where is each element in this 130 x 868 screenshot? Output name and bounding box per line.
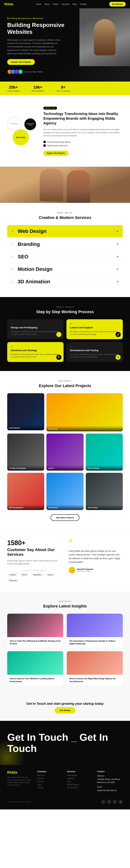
stat-clients: 10k+ Clients Worldwide <box>31 85 44 92</box>
project-label-8: UI/UX Design <box>88 507 121 508</box>
stat-num-designs: 25k+ <box>7 85 20 90</box>
nav-contact[interactable]: Contact <box>80 3 87 5</box>
process-num-4: 04 <box>70 323 119 325</box>
nav-about[interactable]: About <box>44 3 50 5</box>
nav-home[interactable]: Home <box>36 3 41 5</box>
about-content: About Us Technology Transforming Ideas i… <box>43 106 123 156</box>
footer-col-company: Company About Us Portfolio Services Team… <box>37 770 63 792</box>
trust-logo-5: Ethereum <box>7 579 19 582</box>
circle-mobile: Website Apps Design <box>24 118 36 130</box>
nav-cta-button[interactable]: Get Started <box>109 2 126 6</box>
service-item-webdesign[interactable]: 01 Web Design ↗ <box>7 225 123 237</box>
photo-person-2 <box>67 170 90 203</box>
footer-bottom: © Ridda 2024. All rights reserved. f t i… <box>7 797 123 804</box>
stat-label-designs: Creative Designs <box>7 90 20 92</box>
footer-service-item-3[interactable]: SEO <box>67 780 93 782</box>
hero-team: See Your Team Clients <box>7 69 123 74</box>
nav-pages[interactable]: Pages <box>53 3 59 5</box>
instagram-icon[interactable]: ig <box>119 800 123 804</box>
trust-logo-4: Suneet <box>45 573 55 577</box>
logo[interactable]: Ridda <box>4 2 13 6</box>
process-num-2: 02 <box>11 346 60 347</box>
stats-strip: 25k+ Creative Designs 10k+ Clients World… <box>0 82 130 95</box>
testimonial-stat-label: Customer Say About Our Services <box>7 548 61 557</box>
twitter-icon[interactable]: t <box>107 800 111 804</box>
footer-service-item-4[interactable]: Motion Design <box>67 783 93 785</box>
footer-company-item-1[interactable]: About Us <box>37 774 63 776</box>
process-card-3: 03 Development and Testing We begin by u… <box>66 342 123 362</box>
checklist-item-1: ✓ Award winning design agency <box>43 140 123 144</box>
service-item-seo[interactable]: 03 SEO ↗ <box>7 251 123 263</box>
footer-service-item-1[interactable]: Web Design <box>67 774 93 776</box>
service-left-2: 02 Branding <box>11 241 40 247</box>
process-title-1: Design and Prototyping <box>11 326 60 329</box>
quote-text: Using Ridda has been game-changer for ou… <box>69 549 123 564</box>
footer-service-item-2[interactable]: Branding <box>67 777 93 779</box>
cta-strip-button[interactable]: Get Started <box>55 707 75 714</box>
footer-company-item-3[interactable]: Services <box>37 780 63 782</box>
facebook-icon[interactable]: f <box>101 800 105 804</box>
touch-section: Get In Touch _ Get In Touch <box>0 721 130 765</box>
service-num-3: 03 <box>11 256 15 258</box>
avatar <box>18 69 23 74</box>
about-cta-button[interactable]: Explore Our Projects <box>43 151 68 156</box>
insight-card-2[interactable]: The Importance of Responsive Design in T… <box>67 614 123 648</box>
insight-img-4 <box>67 651 123 675</box>
photo-person-1 <box>40 168 63 201</box>
footer-company-item-4[interactable]: Team <box>37 783 63 785</box>
insight-title-1: How to Craft They Winning SocialMedia St… <box>10 640 61 645</box>
quote-author-name: Harshit Ferguson <box>77 568 93 570</box>
project-card-3[interactable]: An Open Presentation <box>7 434 44 471</box>
project-card-5[interactable]: Brand Strategy <box>86 434 123 471</box>
footer-col-contact: Contact Address 144 Main Street, San Blo… <box>97 770 123 792</box>
about-checklist: ✓ Award winning design agency ✓ Digital … <box>43 140 123 147</box>
linkedin-icon[interactable]: in <box>113 800 117 804</box>
about-tag: About Us <box>43 107 57 110</box>
services-title: Creative & Modern Services <box>7 215 123 220</box>
insight-title-4: How to Choose the Right Web Design Agenc… <box>69 677 120 683</box>
insight-card-3[interactable]: How to Improve Your Website's Loading Sp… <box>7 651 63 685</box>
project-card-7[interactable]: Most Recent <box>46 473 84 510</box>
process-grid: 01 Design and Prototyping We begin by un… <box>7 319 123 362</box>
nav-services[interactable]: Services <box>62 3 69 5</box>
service-item-branding[interactable]: 02 Branding ↗ <box>7 238 123 251</box>
footer-company-item-2[interactable]: Portfolio <box>37 777 63 779</box>
footer-logo: Ridda <box>7 770 33 775</box>
project-label-7: Most Recent <box>48 507 82 508</box>
service-left-1: 01 Web Design <box>11 228 46 234</box>
services-section: WHAT WE DO Creative & Modern Services 01… <box>0 203 130 297</box>
footer-service-item-5[interactable]: 3D Animation <box>67 787 93 788</box>
process-card-1: 01 Design and Prototyping We begin by un… <box>7 319 64 339</box>
nav-links: Home About Pages Services Blog Contact <box>36 3 87 5</box>
footer-col-services: Services Web Design Branding SEO Motion … <box>67 770 93 792</box>
insights-section: OUR BLOG Explore Latest Insights How to … <box>0 591 130 694</box>
project-card-4[interactable]: App UI <box>46 434 84 471</box>
service-item-motion[interactable]: 04 Motion Design ↗ <box>7 263 123 276</box>
trust-logos: Cosmos Boost OpenBlue Suneet Ethereum <box>7 573 61 582</box>
insight-content-1: How to Craft They Winning SocialMedia St… <box>7 637 63 648</box>
nav-blog[interactable]: Blog <box>73 3 76 5</box>
footer-email-label: Email <box>97 785 123 788</box>
project-card-6[interactable]: Web Development <box>7 473 44 510</box>
footer-company-item-5[interactable]: Contact <box>37 787 63 788</box>
service-item-3d[interactable]: 05 3D Animation ↗ <box>7 276 123 288</box>
project-card-2[interactable]: Web Design <box>46 393 123 431</box>
cta-strip-title: Get In Touch and start growing your star… <box>7 702 123 706</box>
projects-tag: OUR WORK <box>7 380 123 382</box>
insight-card-4[interactable]: How to Choose the Right Web Design Agenc… <box>67 651 123 685</box>
projects-title: Explore Our Latest Projects <box>7 383 123 388</box>
trust-logo-2: Boost <box>20 573 29 577</box>
stat-designs: 25k+ Creative Designs <box>7 85 20 92</box>
project-card-1[interactable]: Brand Identity <box>7 393 44 430</box>
hero-cta-button[interactable]: Explore Our Projects <box>7 59 35 65</box>
process-desc-4: We begin by understanding your goals, id… <box>70 330 119 336</box>
insight-card-1[interactable]: How to Craft They Winning SocialMedia St… <box>7 614 63 648</box>
about-circles: Development Web Design Website Apps Desi… <box>7 117 36 146</box>
insight-content-2: The Importance of Responsive Design in T… <box>67 637 123 648</box>
testimonial-right: " Using Ridda has been game-changer for … <box>69 539 123 574</box>
insight-img-3 <box>7 651 63 675</box>
project-card-8[interactable]: UI/UX Design <box>86 473 123 510</box>
process-card-4: 04 Launch and Support We begin by unders… <box>66 319 123 339</box>
view-more-button[interactable]: View More Projects <box>51 514 79 521</box>
footer-address-label: Address <box>97 774 123 777</box>
